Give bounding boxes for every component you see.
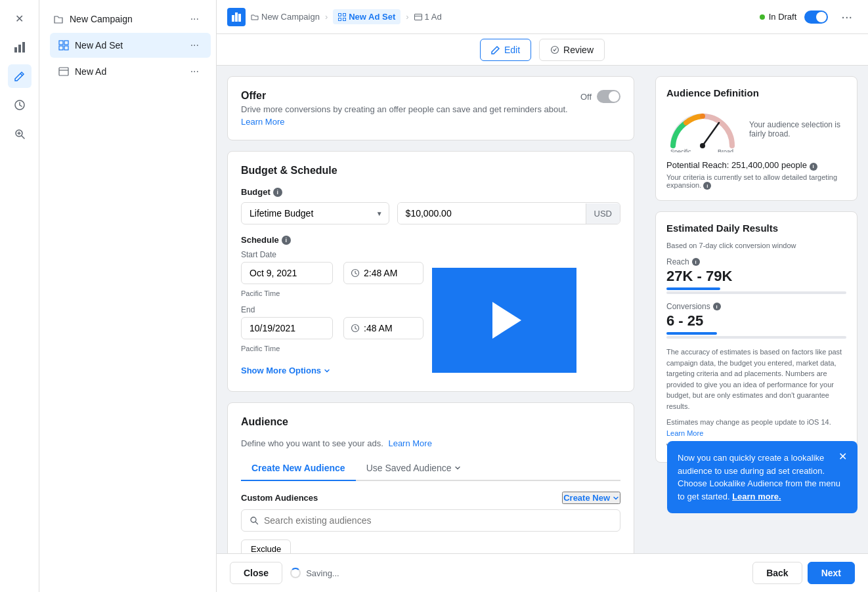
budget-section-title: Budget & Schedule <box>241 165 620 177</box>
svg-rect-17 <box>414 14 422 20</box>
topbar-more-menu[interactable]: ··· <box>836 7 857 27</box>
breadcrumb-campaign[interactable]: New Campaign <box>251 12 320 22</box>
reach-info-icon[interactable]: i <box>810 163 817 171</box>
nav-ad-more[interactable]: ··· <box>186 64 203 79</box>
breadcrumb-ad-set[interactable]: New Ad Set <box>333 9 401 24</box>
svg-rect-10 <box>232 15 234 22</box>
tab-create-new-audience[interactable]: Create New Audience <box>241 456 356 481</box>
lookalike-learn-more-link[interactable]: Learn more. <box>732 492 781 501</box>
reach-value: 27K - 79K <box>666 268 846 285</box>
search-zoom-icon[interactable] <box>8 122 32 146</box>
breadcrumb: New Campaign › New Ad Set › 1 Ad <box>227 8 442 26</box>
review-button[interactable]: Review <box>539 39 605 61</box>
close-button[interactable]: Close <box>230 562 282 584</box>
audience-gauge: Specific Broad <box>666 106 739 152</box>
edit-button[interactable]: Edit <box>480 39 531 61</box>
chart-icon[interactable] <box>8 35 32 59</box>
sidebar-item-new-ad-set[interactable]: New Ad Set ··· <box>50 33 211 58</box>
end-date-input[interactable] <box>241 317 333 339</box>
end-time-input[interactable] <box>364 323 416 333</box>
edit-icon[interactable] <box>8 64 32 88</box>
conversions-bar-bg <box>666 336 846 339</box>
audience-tabs: Create New Audience Use Saved Audience <box>241 456 620 481</box>
start-date-input[interactable] <box>241 262 333 284</box>
chevron-down-icon-create <box>613 495 619 501</box>
breadcrumb-ad[interactable]: 1 Ad <box>414 12 442 22</box>
svg-rect-12 <box>238 14 241 22</box>
tooltip-close-button[interactable]: ✕ <box>838 452 847 462</box>
close-icon[interactable]: ✕ <box>8 7 32 30</box>
search-audiences-input[interactable] <box>264 515 612 526</box>
svg-rect-5 <box>59 41 63 45</box>
nav-ad-set-label: New Ad Set <box>75 40 123 51</box>
offer-title: Offer <box>241 90 568 102</box>
criteria-info-icon[interactable]: i <box>703 182 711 190</box>
conversions-bar <box>666 332 717 335</box>
budget-field-label: Budget i <box>241 187 620 197</box>
conversions-metric-info-icon[interactable]: i <box>713 303 721 310</box>
campaign-folder-icon <box>53 13 64 25</box>
budget-schedule-card: Budget & Schedule Budget i Lifetime Budg… <box>227 151 634 392</box>
budget-amount-input[interactable] <box>398 203 586 224</box>
ad-set-icon <box>58 39 70 51</box>
ios-learn-more-link[interactable]: Learn More <box>666 429 703 437</box>
end-date-label: End <box>241 305 620 314</box>
gauge-container: Specific Broad Your audience selection i… <box>666 106 846 152</box>
action-bar: Edit Review <box>217 34 868 66</box>
topbar: New Campaign › New Ad Set › 1 Ad In Draf… <box>217 0 868 34</box>
create-new-audience-button[interactable]: Create New <box>562 492 620 504</box>
conversions-value: 6 - 25 <box>666 312 846 329</box>
svg-line-22 <box>703 123 719 146</box>
budget-type-select[interactable]: Lifetime Budget Daily Budget <box>241 202 389 224</box>
audience-learn-more[interactable]: Learn More <box>388 438 431 448</box>
nav-ad-set-more[interactable]: ··· <box>186 38 203 53</box>
conversions-metric: Conversions i 6 - 25 <box>666 302 846 339</box>
nav-campaign-more[interactable]: ··· <box>186 12 203 26</box>
status-dot <box>760 14 765 20</box>
svg-rect-11 <box>235 12 238 22</box>
back-button[interactable]: Back <box>752 562 802 584</box>
start-time-input[interactable] <box>364 268 416 278</box>
sidebar-item-new-campaign[interactable]: New Campaign ··· <box>45 7 211 32</box>
budget-currency: USD <box>586 203 620 224</box>
svg-point-23 <box>700 143 705 148</box>
offer-card: Offer Drive more conversions by creating… <box>227 76 634 140</box>
audience-definition-card: Audience Definition <box>655 76 857 201</box>
draft-toggle[interactable] <box>804 11 828 24</box>
estimated-results-subtitle: Based on 7-day click conversion window <box>666 242 846 249</box>
start-timezone: Pacific Time <box>241 289 620 297</box>
show-more-options-button[interactable]: Show More Options <box>241 363 330 378</box>
svg-rect-7 <box>59 46 63 50</box>
tab-use-saved-audience[interactable]: Use Saved Audience <box>356 456 471 481</box>
start-date-row: Start Date Pacific Time <box>241 250 620 297</box>
topbar-right: In Draft ··· <box>760 7 857 27</box>
reach-metric-info-icon[interactable]: i <box>692 258 700 266</box>
gauge-description: Your audience selection is fairly broad. <box>749 120 846 138</box>
custom-audiences-label: Custom Audiences Create New <box>241 492 620 504</box>
offer-description: Drive more conversions by creating an of… <box>241 104 568 114</box>
budget-info-icon[interactable]: i <box>273 188 282 197</box>
nav-campaign-label: New Campaign <box>70 14 133 24</box>
budget-row: Lifetime Budget Daily Budget ▼ USD <box>241 202 620 224</box>
offer-learn-more[interactable]: Learn More <box>241 117 284 127</box>
svg-rect-0 <box>14 47 17 53</box>
nav-ad-label: New Ad <box>75 66 106 77</box>
exclude-button[interactable]: Exclude <box>241 539 291 553</box>
history-icon[interactable] <box>8 93 32 117</box>
reach-bar-bg <box>666 291 846 294</box>
svg-text:Specific: Specific <box>670 148 691 152</box>
schedule-info-icon[interactable]: i <box>282 236 291 245</box>
svg-rect-8 <box>64 46 68 50</box>
chevron-down-icon-saved <box>454 465 461 471</box>
saving-spinner <box>290 568 301 578</box>
next-button[interactable]: Next <box>808 562 855 584</box>
sidebar-item-new-ad[interactable]: New Ad ··· <box>50 59 211 84</box>
start-time-wrap <box>343 262 423 284</box>
estimated-results-title: Estimated Daily Results <box>666 222 846 234</box>
svg-rect-9 <box>59 68 68 75</box>
offer-toggle-switch[interactable] <box>597 90 620 103</box>
svg-rect-15 <box>339 18 341 20</box>
svg-rect-6 <box>64 41 68 45</box>
svg-point-21 <box>251 517 256 522</box>
audience-description: Define who you want to see your ads. Lea… <box>241 438 620 448</box>
